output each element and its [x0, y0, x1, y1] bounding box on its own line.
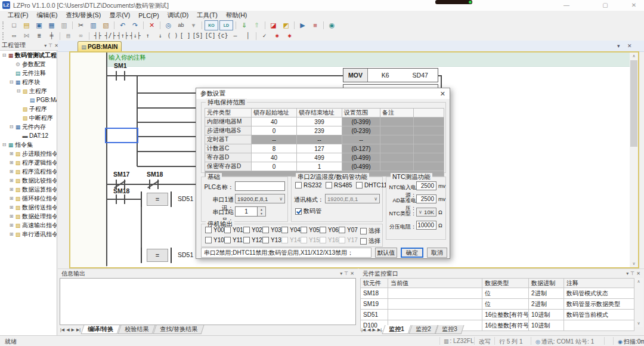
menu-debug[interactable]: 调试(D) [163, 11, 193, 20]
serial2-format-select[interactable]: 19200,E,8,1 ∨ [325, 194, 380, 203]
nav-last-icon[interactable]: ▶| [76, 328, 80, 332]
contact-sm1[interactable] [116, 71, 117, 81]
expander-icon[interactable]: ⊞ [8, 151, 14, 156]
table-row[interactable]: 计数器C8127(0-127) [205, 144, 444, 153]
nav-first-icon[interactable]: |◀ [60, 328, 64, 332]
cut-icon[interactable]: ✂ [75, 21, 86, 30]
v-line-icon[interactable]: │ [242, 32, 253, 41]
select-row1-checkbox[interactable]: 选择 [360, 227, 380, 235]
scrollbar-thumb[interactable] [630, 60, 637, 147]
ok-button[interactable]: 确定 [401, 248, 423, 258]
contact-label-sm1[interactable]: SM1 [114, 62, 127, 69]
tree-item-instruction-set[interactable]: ⊟▦指令集 [0, 140, 57, 149]
check-line-icon[interactable]: ✓ [259, 32, 270, 41]
menu-project[interactable]: 工程(F) [4, 11, 32, 20]
compile-all-icon[interactable]: ◩ [280, 21, 292, 30]
expander-icon[interactable]: ⊞ [8, 205, 14, 210]
menu-help[interactable]: 帮助(H) [222, 11, 252, 20]
paste-icon[interactable]: ▧ [100, 21, 112, 30]
tab-find-replace-result[interactable]: 查找/替换结果 [153, 325, 205, 334]
nav-prev-icon[interactable]: ◀ [367, 328, 370, 332]
undo-icon[interactable]: ↶ [117, 21, 128, 30]
y11-checkbox[interactable]: Y11 [224, 237, 243, 243]
tab-monitor1[interactable]: 监控1 [382, 325, 411, 334]
y05-checkbox[interactable]: Y05 [301, 227, 320, 233]
expander-icon[interactable]: ⊟ [1, 52, 7, 58]
tab-pgb-main[interactable]: ▤ PGB:MAIN [78, 41, 122, 52]
scroll-down-icon[interactable]: ∨ [634, 320, 643, 327]
tree-item-highspeed-instructions[interactable]: ⊞▨高速输出指令 [0, 221, 57, 230]
expander-icon[interactable]: ⊞ [8, 187, 14, 192]
monitor-row[interactable]: SM19位2进制数码管显示数据类型 [361, 299, 634, 310]
nav-prev-icon[interactable]: ◀ [66, 328, 69, 332]
default-button[interactable]: 默认值 [375, 248, 397, 258]
h-line-icon[interactable]: — [230, 32, 241, 41]
y10-checkbox[interactable]: Y10 [205, 237, 224, 243]
save-all-icon[interactable]: ▦ [46, 21, 57, 30]
tab-check-result[interactable]: 校验结果 [118, 325, 156, 334]
window-menu-icon[interactable]: ▾ [626, 271, 628, 276]
compare-operand-sd51[interactable]: SD51 [178, 195, 193, 202]
download-plc-icon[interactable]: ⇓ [239, 21, 250, 30]
ntc-type-select[interactable]: ∨ 10K [416, 208, 436, 217]
expander-icon[interactable]: ⊟ [16, 88, 21, 94]
insert-row-icon[interactable]: ≣ [33, 32, 45, 41]
plc-name-input[interactable] [235, 181, 285, 191]
table-row[interactable]: 定时器T------ [205, 135, 444, 144]
expander-icon[interactable]: ⊞ [8, 160, 14, 165]
window-menu-icon[interactable]: ▾ [44, 43, 47, 48]
y07-checkbox[interactable]: Y07 [339, 227, 358, 233]
instruction-view-icon[interactable]: LD [219, 20, 233, 30]
spin-down-icon[interactable]: ▼ [258, 212, 265, 217]
nav-last-icon[interactable]: ▶| [377, 328, 382, 332]
com1-format-select[interactable]: 19200,E,8,1 ∨ [235, 194, 285, 203]
tree-item-main-program[interactable]: ⊟▨主程序 [0, 86, 57, 95]
new-icon[interactable]: □ [8, 21, 20, 30]
nav-first-icon[interactable]: |◀ [361, 328, 366, 332]
dialog-title-bar[interactable]: 参数设置 ✕ [196, 88, 450, 99]
menu-find-replace[interactable]: 查找/替换(S) [61, 11, 105, 20]
scroll-down-icon[interactable]: ∨ [630, 260, 638, 267]
contact-rise-icon[interactable]: ┤↑├ [117, 32, 128, 41]
print-icon[interactable]: ▥ [58, 21, 70, 30]
expander-icon[interactable]: ⊞ [8, 223, 14, 228]
table-row[interactable]: 保密寄存器D01(0-499) [205, 162, 444, 171]
tree-item-device-memory[interactable]: ⊟▦元件内存 [0, 122, 57, 131]
window-menu-icon[interactable]: ▾ [340, 271, 342, 276]
tree-item-transfer-instructions[interactable]: ⊞▨数据传送指令 [0, 203, 57, 212]
contact-fall-icon[interactable]: ┤↓├ [129, 32, 141, 41]
ad-ref-input[interactable]: 2500 [416, 194, 436, 203]
monitor-table[interactable]: 软元件 当前值 数据类型 数据进制 注释 SM18位2进制数码管模式状态 SM1… [360, 278, 634, 331]
tree-item-sub-program[interactable]: ▨子程序 [0, 104, 57, 113]
compare-operand-sd51[interactable]: SD51 [178, 251, 193, 258]
cancel-button[interactable]: 取消 [427, 248, 447, 258]
expander-icon[interactable]: ⊟ [8, 124, 14, 129]
y12-checkbox[interactable]: Y12 [243, 237, 262, 243]
run-icon[interactable]: ▶ [297, 21, 308, 30]
contact-label-sm17[interactable]: SM17 [113, 171, 129, 178]
digit-tube-checkbox[interactable]: 数码管 [295, 207, 321, 215]
y06-checkbox[interactable]: Y06 [320, 227, 339, 233]
redo-icon[interactable]: ↷ [129, 21, 141, 30]
tree-item-comments[interactable]: ▤元件注释 [0, 69, 57, 78]
tree-item-shift-instructions[interactable]: ⊞▨循环移位指令 [0, 194, 57, 203]
y04-checkbox[interactable]: Y04 [281, 227, 301, 233]
menu-edit[interactable]: 编辑(E) [32, 11, 61, 20]
menu-plc[interactable]: PLC(P) [134, 12, 163, 19]
tab-monitor2[interactable]: 监控2 [408, 325, 437, 334]
contact-label-sm18[interactable]: SM18 [147, 171, 163, 178]
copy-icon[interactable]: ▥ [88, 21, 99, 30]
expander-icon[interactable]: ⊟ [8, 79, 14, 85]
y02-checkbox[interactable]: Y02 [243, 227, 262, 233]
station-stepper[interactable]: 1 ▲▼ [235, 206, 266, 217]
close-icon[interactable]: ✕ [636, 271, 640, 276]
tree-item-logic-instructions[interactable]: ⊞▨程序逻辑指令 [0, 158, 57, 167]
maximize-button[interactable]: ▢ [596, 1, 614, 10]
tree-item-flow-instructions[interactable]: ⊞▨程序流程指令 [0, 167, 57, 176]
divider-res-input[interactable]: 10000 [416, 221, 436, 230]
delete-icon[interactable]: ✕ [146, 21, 157, 30]
pulse-up-icon[interactable]: ↑ [142, 32, 153, 41]
tree-item-math-instructions[interactable]: ⊞▨数据运算指令 [0, 185, 57, 194]
compare-block[interactable]: = [141, 191, 172, 207]
expander-icon[interactable]: ⊞ [8, 214, 14, 219]
